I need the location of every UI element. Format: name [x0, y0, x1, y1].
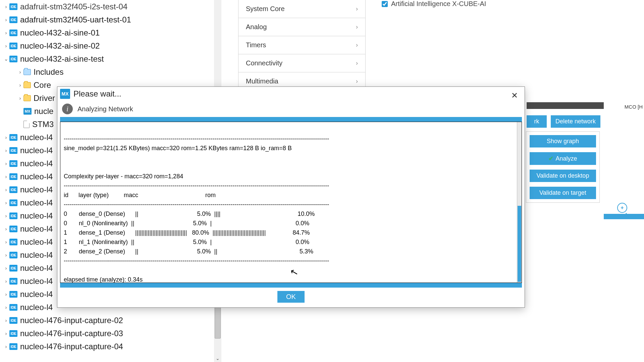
- tree-item-label: nucleo-l432-ai-sine-test: [20, 54, 104, 64]
- category-row[interactable]: Analog›: [238, 18, 365, 36]
- software-pack-row: Artificial Intelligence X-CUBE-AI: [382, 0, 486, 8]
- chevron-icon[interactable]: ›: [17, 82, 23, 88]
- delete-network-button[interactable]: Delete network: [551, 115, 600, 128]
- tree-item[interactable]: ⌄IDEnucleo-l432-ai-sine-test: [0, 52, 221, 65]
- tree-item-label: nucleo-l432-ai-sine-02: [20, 41, 100, 51]
- chevron-icon[interactable]: ›: [3, 213, 9, 219]
- tree-item[interactable]: ›Includes: [0, 65, 221, 78]
- tree-item-label: nucleo-l4: [20, 237, 53, 247]
- ide-icon: IDE: [9, 29, 17, 36]
- chevron-icon[interactable]: ›: [3, 200, 9, 205]
- chevron-icon[interactable]: ›: [3, 43, 9, 49]
- check-icon: [548, 155, 553, 162]
- scroll-down-icon[interactable]: ⌄: [214, 355, 221, 362]
- chevron-icon[interactable]: ›: [3, 344, 9, 349]
- chevron-icon[interactable]: ›: [3, 278, 9, 284]
- tree-item[interactable]: ›IDEadafruit-stm32f405-uart-test-01: [0, 13, 221, 26]
- chevron-right-icon: ›: [356, 42, 358, 49]
- chevron-icon[interactable]: ›: [3, 134, 9, 140]
- tree-item-label: nucleo-l476-input-capture-03: [20, 329, 123, 338]
- folder-icon: [23, 82, 31, 88]
- info-icon: i: [62, 104, 73, 114]
- show-graph-button[interactable]: Show graph: [530, 135, 596, 147]
- analyze-button[interactable]: Analyze: [530, 152, 596, 165]
- chevron-icon[interactable]: ›: [3, 161, 9, 166]
- chevron-icon[interactable]: ›: [3, 187, 9, 192]
- zoom-slider[interactable]: [604, 214, 644, 219]
- tree-item-label: nucleo-l476-input-capture-04: [20, 342, 123, 351]
- tree-item-label: nucleo-l4: [20, 250, 53, 260]
- tree-item-label: nucleo-l4: [20, 277, 53, 286]
- mx-icon: MX: [60, 89, 70, 99]
- category-label: Analog: [246, 23, 267, 31]
- tree-item[interactable]: ›IDEnucleo-l476-input-capture-03: [0, 327, 221, 340]
- tree-item[interactable]: ›IDEnucleo-l476-input-capture-04: [0, 340, 221, 353]
- ide-icon: IDE: [9, 278, 17, 285]
- chevron-icon[interactable]: ›: [3, 252, 9, 258]
- tree-item[interactable]: ›IDEadafruit-stm32f405-i2s-test-04: [0, 0, 221, 13]
- tree-item-label: nucleo-l476-input-capture-02: [20, 316, 123, 325]
- ok-button[interactable]: OK: [277, 291, 305, 303]
- chevron-icon[interactable]: ›: [3, 226, 9, 232]
- pack-checkbox[interactable]: [382, 1, 388, 7]
- validate-desktop-button[interactable]: Validate on desktop: [530, 170, 596, 182]
- chevron-icon[interactable]: ›: [3, 17, 9, 22]
- tree-item[interactable]: ›IDEnucleo-l432-ai-sine-01: [0, 26, 221, 39]
- tree-item-label: nucleo-l4: [20, 185, 53, 194]
- tree-item-label: Core: [34, 80, 51, 90]
- chevron-icon[interactable]: ›: [17, 95, 23, 101]
- zoom-in-icon[interactable]: [617, 203, 627, 213]
- chevron-icon[interactable]: ›: [3, 330, 9, 336]
- tree-item-label: nucleo-l4: [20, 146, 53, 155]
- ide-icon: IDE: [9, 239, 17, 245]
- tree-item-label: adafruit-stm32f405-uart-test-01: [20, 15, 131, 24]
- ide-icon: IDE: [9, 56, 17, 62]
- network-button-partial[interactable]: rk: [527, 115, 547, 128]
- tree-item-label: nucleo-l4: [20, 133, 53, 142]
- ide-icon: IDE: [9, 199, 17, 206]
- category-panel: System Core›Analog›Timers›Connectivity›M…: [238, 0, 366, 90]
- chevron-icon[interactable]: ›: [3, 317, 9, 323]
- tree-item-label: nucleo-l432-ai-sine-01: [20, 28, 100, 38]
- tree-item[interactable]: ›IDEnucleo-l432-ai-sine-02: [0, 39, 221, 52]
- folder-icon: [23, 95, 31, 101]
- ide-icon: IDE: [9, 173, 17, 180]
- dialog-title: Please wait...: [73, 89, 121, 99]
- chevron-icon[interactable]: ⌄: [3, 56, 9, 62]
- chevron-icon[interactable]: ›: [3, 239, 9, 245]
- console-scroll-thumb[interactable]: [518, 206, 521, 282]
- chevron-right-icon: ›: [356, 78, 358, 85]
- ide-icon: IDE: [9, 317, 17, 324]
- category-row[interactable]: Timers›: [238, 36, 365, 54]
- category-row[interactable]: System Core›: [238, 0, 365, 18]
- chevron-icon[interactable]: ›: [3, 30, 9, 36]
- ide-icon: IDE: [9, 265, 17, 272]
- dialog-titlebar: MX Please wait...: [57, 87, 525, 102]
- includes-folder-icon: [23, 69, 31, 75]
- console-scrollbar[interactable]: [517, 122, 522, 283]
- chevron-right-icon: ›: [356, 23, 358, 31]
- tree-item[interactable]: ›IDEnucleo-l476-input-capture-02: [0, 314, 221, 327]
- ide-icon: IDE: [9, 186, 17, 193]
- ide-icon: IDE: [9, 330, 17, 337]
- category-row[interactable]: Connectivity›: [238, 54, 365, 72]
- progress-bar-bottom: [60, 283, 522, 288]
- tree-item-label: nucleo-l4: [20, 303, 53, 312]
- chevron-icon[interactable]: ›: [3, 304, 9, 310]
- dialog-subtitle: Analyzing Network: [77, 105, 133, 113]
- chevron-icon[interactable]: ›: [17, 69, 23, 75]
- chevron-right-icon: ›: [356, 60, 358, 67]
- chevron-icon[interactable]: ›: [3, 291, 9, 297]
- tree-item-label: adafruit-stm32f405-i2s-test-04: [20, 2, 127, 11]
- pack-label: Artificial Intelligence X-CUBE-AI: [391, 0, 486, 8]
- chevron-icon[interactable]: ›: [3, 147, 9, 153]
- ide-icon: IDE: [9, 252, 17, 258]
- ide-icon: IDE: [9, 226, 17, 232]
- progress-bar-top: [60, 117, 522, 122]
- tree-item-label: nucleo-l4: [20, 211, 53, 221]
- close-icon[interactable]: ✕: [509, 90, 520, 101]
- chevron-icon[interactable]: ›: [3, 174, 9, 179]
- chevron-icon[interactable]: ›: [3, 4, 9, 9]
- chevron-icon[interactable]: ›: [3, 265, 9, 271]
- validate-target-button[interactable]: Validate on target: [530, 187, 596, 199]
